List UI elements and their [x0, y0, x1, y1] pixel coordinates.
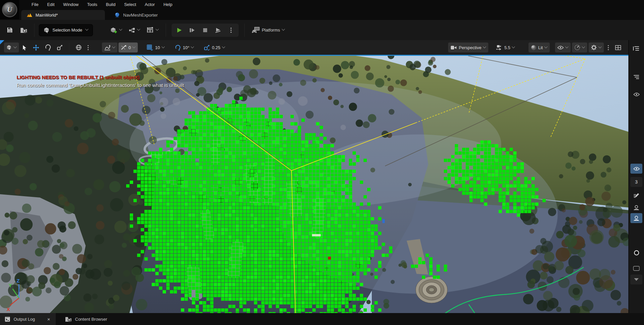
toolbar-separator	[69, 43, 69, 52]
stop-icon	[202, 28, 208, 33]
actor-snapping-dropdown[interactable]: 0	[119, 42, 138, 52]
eject-button[interactable]	[212, 25, 224, 36]
camera-speed-value: 5.5	[504, 45, 510, 50]
bottom-drawer-bar: Output Log × Content Browser	[0, 313, 644, 325]
profile-button[interactable]	[630, 203, 642, 212]
browse-content-button[interactable]	[17, 24, 30, 37]
menu-help[interactable]: Help	[159, 0, 177, 9]
rotate-tool-button[interactable]	[42, 42, 53, 52]
level-viewport[interactable]: ZYX LIGHTING NEEDS TO BE REBUILT (1 unbu…	[0, 55, 628, 313]
close-tab-button[interactable]: ×	[46, 316, 51, 322]
selection-mode-dropdown[interactable]: Selection Mode	[39, 24, 93, 36]
select-tool-button[interactable]	[20, 42, 30, 52]
ring-button[interactable]	[630, 248, 642, 258]
add-actor-button[interactable]	[108, 24, 125, 37]
asset-tab-bar: MainWorld* NavMeshExporter	[0, 9, 644, 20]
tab-navmeshexporter[interactable]: NavMeshExporter	[109, 10, 163, 20]
outliner-button[interactable]	[630, 43, 642, 53]
quad-view-icon	[615, 45, 621, 50]
scale-snap-icon	[204, 44, 210, 50]
blueprints-icon	[129, 27, 135, 33]
stop-button[interactable]	[199, 25, 211, 36]
triangle-down-icon	[634, 278, 639, 281]
scale-tool-button[interactable]	[54, 42, 65, 52]
svg-text:X: X	[7, 306, 10, 312]
scale-icon	[57, 44, 63, 50]
camera-speed-dropdown[interactable]: 5.5	[494, 42, 517, 52]
show-flags-dropdown[interactable]	[555, 42, 571, 52]
play-icon	[176, 27, 182, 33]
unreal-logo[interactable]: U	[0, 0, 19, 19]
folder-search-icon	[65, 316, 72, 322]
kebab-icon	[87, 45, 89, 50]
content-browser-label: Content Browser	[75, 317, 107, 322]
item-count-value: 3	[635, 179, 638, 185]
add-cube-icon	[110, 27, 118, 34]
lit-mode-dropdown[interactable]: Lit	[528, 42, 550, 52]
blueprints-button[interactable]	[126, 24, 143, 37]
actor-snap-value: 0	[128, 45, 131, 50]
kebab-icon	[607, 45, 609, 50]
screen-percentage-dropdown[interactable]	[572, 42, 587, 52]
menu-build[interactable]: Build	[102, 0, 120, 9]
cursor-icon	[22, 45, 27, 50]
actor-snap-icon	[121, 45, 127, 50]
chevron-down-icon	[191, 45, 194, 48]
clapperboard-icon	[147, 27, 154, 33]
world-local-space-button[interactable]	[73, 42, 84, 52]
chevron-down-icon	[544, 45, 548, 48]
scale-snapping-dropdown[interactable]: 0.25	[201, 42, 227, 52]
menu-edit[interactable]: Edit	[43, 0, 59, 9]
viewport-options-menu[interactable]	[605, 42, 611, 52]
viewport-scene: ZYX	[0, 55, 628, 313]
platforms-dropdown[interactable]: Platforms	[249, 24, 287, 37]
menu-file[interactable]: File	[27, 0, 43, 9]
eye-icon	[633, 92, 640, 97]
quad-view-button[interactable]	[613, 42, 623, 52]
play-options-menu[interactable]	[225, 25, 237, 36]
play-button[interactable]	[173, 25, 185, 36]
tab-mainworld[interactable]: MainWorld*	[21, 10, 105, 20]
surface-snap-icon	[104, 45, 111, 50]
rotation-snap-value: 10°	[183, 45, 190, 50]
profile-button-active[interactable]	[630, 213, 642, 223]
chevron-down-icon	[137, 28, 140, 31]
surface-snapping-dropdown[interactable]	[102, 42, 118, 52]
scroll-down-button[interactable]	[630, 275, 642, 284]
slot-button[interactable]	[630, 263, 642, 273]
content-browser-tab[interactable]: Content Browser	[60, 313, 112, 325]
output-log-tab[interactable]: Output Log ×	[0, 313, 56, 325]
menu-tools[interactable]: Tools	[83, 0, 102, 9]
menu-actor[interactable]: Actor	[140, 0, 159, 9]
save-button[interactable]	[3, 24, 16, 37]
cinematics-button[interactable]	[144, 24, 161, 37]
viewport-settings-dropdown[interactable]	[589, 42, 604, 52]
filter-button[interactable]	[630, 72, 642, 82]
transform-tools-dropdown[interactable]	[4, 42, 19, 52]
selection-cube-icon	[6, 45, 12, 50]
viewport-maximize-corner[interactable]	[0, 40, 4, 44]
scale-snap-value: 0.25	[212, 45, 220, 50]
blueprint-icon	[114, 12, 120, 18]
transform-options-menu[interactable]	[85, 42, 91, 52]
selection-mode-label: Selection Mode	[52, 28, 82, 33]
grid-snapping-dropdown[interactable]: 10	[144, 42, 167, 52]
view-mode-label: Perspective	[459, 45, 481, 50]
visibility-button[interactable]	[630, 89, 642, 99]
person-icon	[634, 216, 639, 221]
output-log-label: Output Log	[14, 317, 35, 322]
visibility-button-active[interactable]	[630, 164, 642, 174]
menu-select[interactable]: Select	[120, 0, 140, 9]
lighting-warning-subtitle: Run console command 'DumpUnbuiltLightInt…	[17, 81, 184, 89]
grid-snap-icon	[147, 44, 153, 51]
menu-window[interactable]: Window	[59, 0, 83, 9]
edit-button[interactable]	[630, 190, 642, 200]
move-tool-button[interactable]	[31, 42, 41, 52]
rotation-snapping-dropdown[interactable]: 10°	[172, 42, 197, 52]
chevron-down-icon	[155, 28, 159, 31]
lighting-warning-title: LIGHTING NEEDS TO BE REBUILT (1 unbuilt …	[17, 73, 184, 81]
play-controls	[172, 24, 239, 37]
chevron-down-icon	[161, 45, 165, 48]
view-mode-dropdown[interactable]: Perspective	[448, 42, 488, 52]
frame-skip-button[interactable]	[186, 25, 198, 36]
